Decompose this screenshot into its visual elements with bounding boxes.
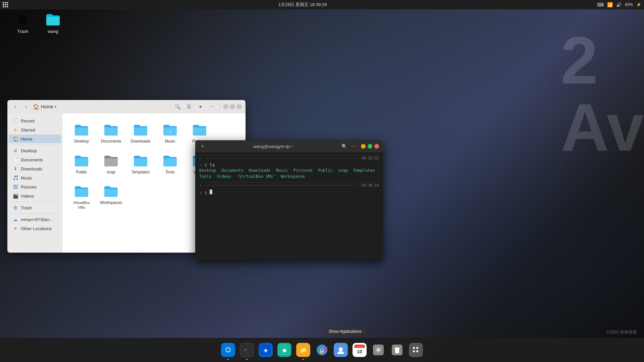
dock-chrome[interactable]: [313, 341, 331, 359]
sidebar-item-videos[interactable]: 🎬 Videos: [9, 192, 61, 200]
fm-more-button[interactable]: ⋯: [207, 102, 216, 111]
folder-pictures-icon: [192, 121, 208, 138]
fm-path-dropdown-icon[interactable]: ▾: [55, 105, 57, 109]
activities-icon[interactable]: [3, 2, 8, 7]
sidebar-label-recent: Recent: [21, 118, 35, 123]
app4-icon: ◆: [277, 343, 291, 357]
calendar-icon: 10: [353, 343, 367, 357]
term-check-icon: ✓: [199, 156, 202, 160]
term-minimize-button[interactable]: [361, 144, 366, 149]
folder-desktop[interactable]: Desktop: [68, 119, 95, 147]
sidebar-label-starred: Starred: [21, 127, 35, 133]
fm-sidebar-sep3: [10, 213, 60, 214]
term-session-sep: [204, 158, 359, 158]
downloads-icon: ⬇: [13, 166, 18, 171]
desktop-icon-trash[interactable]: 🗑 Trash: [9, 11, 36, 34]
folder-virtualboxvms[interactable]: VirtualBox VMs: [68, 180, 95, 213]
folder-music[interactable]: ♪ Music: [157, 119, 183, 147]
fm-path-bar[interactable]: 🏠 Home ▾: [33, 104, 170, 110]
sidebar-item-starred[interactable]: ★ Starred: [9, 125, 61, 134]
term-file-templates: Templates: [353, 168, 375, 173]
dock-app4[interactable]: ◆: [276, 341, 293, 359]
term-file-videos: Videos: [217, 174, 231, 179]
desktop-icon-sidebar: 🖥: [13, 148, 18, 153]
sidebar-item-downloads[interactable]: ⬇ Downloads: [9, 164, 61, 173]
dock-calendar[interactable]: 10: [351, 341, 368, 359]
sidebar-label-downloads: Downloads: [21, 166, 42, 171]
folder-templates[interactable]: Templates: [127, 150, 154, 178]
dock-trash[interactable]: [388, 341, 406, 359]
fm-toolbar-right: 🔍 ☰ ▾ ⋯: [173, 102, 241, 111]
folder-snap[interactable]: snap: [98, 150, 124, 178]
fm-minimize-button[interactable]: [223, 104, 228, 109]
files-icon: 📁: [296, 343, 310, 357]
sidebar-item-email[interactable]: ☁ wangym307@gm...: [9, 215, 61, 224]
folder-documents[interactable]: Documents: [98, 119, 124, 147]
folder-snap-label: snap: [107, 170, 115, 175]
folder-tools[interactable]: Tools: [157, 150, 183, 178]
cloud-icon: ☁: [13, 217, 18, 222]
fm-sidebar: 🕐 Recent ★ Starred 🏠 Home 🖥 Desktop: [7, 113, 63, 253]
svg-point-13: [321, 349, 323, 351]
fm-sidebar-sep2: [10, 202, 60, 202]
trash-icon: 🗑: [15, 11, 31, 28]
folder-public-label: Public: [76, 170, 87, 175]
term-search-button[interactable]: 🔍: [341, 143, 347, 150]
sidebar-item-desktop[interactable]: 🖥 Desktop: [9, 146, 61, 155]
trash-dock-icon: [390, 343, 404, 357]
fm-forward-button[interactable]: ›: [22, 103, 30, 111]
sidebar-label-documents: Documents: [21, 157, 43, 162]
fm-maximize-button[interactable]: [230, 104, 235, 109]
term-maximize-button[interactable]: [368, 144, 372, 149]
sidebar-label-desktop: Desktop: [21, 148, 37, 153]
sidebar-item-trash[interactable]: 🗑 Trash: [9, 203, 61, 212]
sidebar-item-music[interactable]: 🎵 Music: [9, 173, 61, 182]
dock-system-prefs[interactable]: [370, 341, 387, 359]
dock-show-applications[interactable]: [407, 341, 425, 359]
dock-settings2[interactable]: [332, 341, 350, 359]
svg-point-31: [416, 350, 418, 352]
folder-downloads[interactable]: Downloads: [127, 119, 154, 147]
term-file-desktop: Desktop: [199, 168, 216, 173]
term-more-button[interactable]: ⋯: [350, 143, 357, 150]
folder-templates-label: Templates: [131, 170, 150, 175]
sidebar-item-home[interactable]: 🏠 Home: [9, 135, 61, 143]
dock-vscode[interactable]: ⬡: [219, 341, 237, 359]
svg-rect-18: [354, 346, 365, 348]
term-titlebar: + wang@wangym-tp:~ 🔍 ⋯: [195, 140, 383, 152]
term-new-tab-button[interactable]: +: [199, 143, 206, 150]
desktop-icon-wang[interactable]: wang: [40, 11, 66, 34]
taskbar-datetime: 1月28日 星期五 18:39:29: [278, 2, 327, 8]
term-file-downloads: Downloads: [249, 168, 271, 173]
fm-path-home-icon: 🏠: [33, 104, 40, 110]
videos-icon: 🎬: [13, 193, 18, 199]
folder-public[interactable]: Public: [68, 150, 95, 178]
svg-point-15: [339, 347, 343, 351]
dock-terminal[interactable]: >_: [238, 341, 256, 359]
folder-music-icon: ♪: [162, 121, 178, 138]
taskbar-left: [3, 2, 8, 7]
term-session-2-sep: [204, 185, 359, 186]
svg-point-29: [416, 347, 418, 349]
fm-sort-button[interactable]: ▾: [196, 102, 205, 111]
fm-list-view-button[interactable]: ☰: [184, 102, 194, 111]
term-close-button[interactable]: [374, 144, 379, 149]
term-cmd-1: ls: [210, 162, 215, 167]
dock-sourcetree[interactable]: ◈: [257, 341, 274, 359]
dock-files[interactable]: 📁: [294, 341, 312, 359]
trash-sidebar-icon: 🗑: [13, 205, 18, 210]
sidebar-item-recent[interactable]: 🕐 Recent: [9, 116, 61, 125]
sidebar-item-pictures[interactable]: 🖼 Pictures: [9, 183, 61, 191]
svg-text:10: 10: [357, 349, 362, 354]
term-title-label: wang@wangym-tp:~: [209, 144, 338, 149]
terminal-icon: >_: [240, 343, 254, 357]
svg-text:📁: 📁: [300, 346, 307, 354]
folder-workspaces[interactable]: Workspaces: [98, 180, 124, 213]
fm-back-button[interactable]: ‹: [11, 103, 19, 111]
sidebar-item-documents[interactable]: 📄 Documents: [9, 155, 61, 164]
term-session-2-time: 18:38:14: [361, 183, 379, 188]
sidebar-item-other-locations[interactable]: + Other Locations: [9, 224, 61, 233]
fm-close-button[interactable]: [237, 104, 241, 109]
fm-search-button[interactable]: 🔍: [173, 102, 182, 111]
documents-icon: 📄: [13, 157, 18, 162]
